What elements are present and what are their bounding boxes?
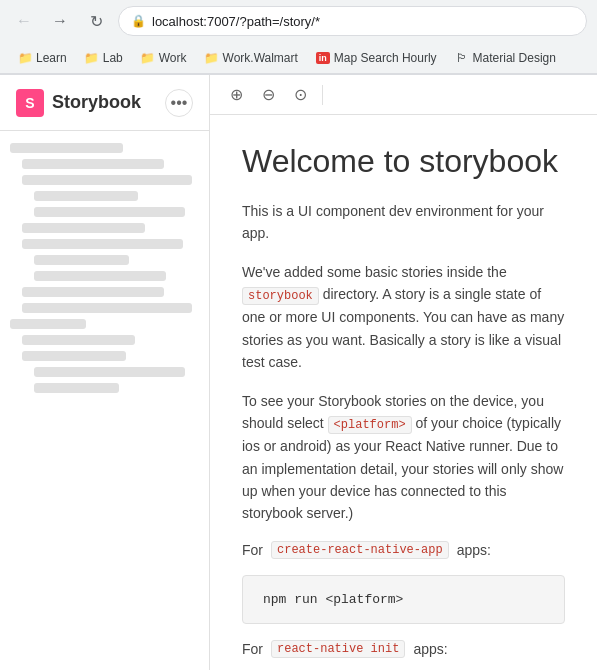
story-para2: We've added some basic stories inside th… <box>242 261 565 374</box>
folder-icon: 📁 <box>205 51 219 65</box>
lock-icon: 🔒 <box>131 14 146 28</box>
zoom-out-button[interactable]: ⊖ <box>254 81 282 109</box>
skeleton-line <box>22 223 145 233</box>
skeleton-line <box>34 367 185 377</box>
for2-label: For <box>242 641 263 657</box>
forward-button[interactable]: → <box>46 7 74 35</box>
code-block-1-text: npm run <platform> <box>263 592 403 607</box>
content-area: ⊕ ⊖ ⊙ Welcome to storybook This is a UI … <box>210 75 597 670</box>
for2-line: For react-native init apps: <box>242 640 565 658</box>
skeleton-line <box>22 351 126 361</box>
folder-icon: 📁 <box>18 51 32 65</box>
skeleton-line <box>34 207 185 217</box>
toolbar-separator <box>322 85 323 105</box>
sidebar-header: S Storybook ••• <box>0 75 209 131</box>
skeleton-line <box>34 383 119 393</box>
skeleton-line <box>34 271 166 281</box>
skeleton-line <box>22 175 192 185</box>
sidebar: S Storybook ••• <box>0 75 210 670</box>
bookmark-work-walmart-label: Work.Walmart <box>223 51 298 65</box>
zoom-out-icon: ⊖ <box>262 85 275 104</box>
zoom-reset-button[interactable]: ⊙ <box>286 81 314 109</box>
bookmark-map-search[interactable]: in Map Search Hourly <box>308 48 445 68</box>
url-text: localhost:7007/?path=/story/* <box>152 14 320 29</box>
back-button[interactable]: ← <box>10 7 38 35</box>
skeleton-line <box>22 287 164 297</box>
folder-icon: 📁 <box>141 51 155 65</box>
zoom-in-button[interactable]: ⊕ <box>222 81 250 109</box>
for1-label: For <box>242 542 263 558</box>
folder-icon: 📁 <box>85 51 99 65</box>
address-bar[interactable]: 🔒 localhost:7007/?path=/story/* <box>118 6 587 36</box>
zoom-in-icon: ⊕ <box>230 85 243 104</box>
skeleton-line <box>10 319 86 329</box>
bookmark-material-design-label: Material Design <box>473 51 556 65</box>
content-toolbar: ⊕ ⊖ ⊙ <box>210 75 597 115</box>
nav-bar: ← → ↻ 🔒 localhost:7007/?path=/story/* <box>0 0 597 42</box>
platform-code-inline: <platform> <box>328 416 412 434</box>
back-icon: ← <box>16 12 32 30</box>
in-badge-icon: in <box>316 51 330 65</box>
story-para1: This is a UI component dev environment f… <box>242 200 565 245</box>
reload-button[interactable]: ↻ <box>82 7 110 35</box>
skeleton-line <box>34 191 138 201</box>
story-content: Welcome to storybook This is a UI compon… <box>210 115 597 670</box>
ellipsis-icon: ••• <box>171 94 188 112</box>
reload-icon: ↻ <box>90 12 103 31</box>
bookmark-work-label: Work <box>159 51 187 65</box>
bookmark-learn-label: Learn <box>36 51 67 65</box>
create-react-native-app-code: create-react-native-app <box>271 541 449 559</box>
bookmark-work-walmart[interactable]: 📁 Work.Walmart <box>197 48 306 68</box>
react-native-init-code: react-native init <box>271 640 405 658</box>
storybook-logo-icon: S <box>16 89 44 117</box>
bookmark-lab-label: Lab <box>103 51 123 65</box>
for1-line: For create-react-native-app apps: <box>242 541 565 559</box>
skeleton-line <box>10 143 123 153</box>
flag-icon: 🏳 <box>455 51 469 65</box>
bookmark-map-search-label: Map Search Hourly <box>334 51 437 65</box>
forward-icon: → <box>52 12 68 30</box>
for2-suffix: apps: <box>413 641 447 657</box>
skeleton-line <box>22 159 164 169</box>
skeleton-line <box>34 255 129 265</box>
zoom-reset-icon: ⊙ <box>294 85 307 104</box>
skeleton-line <box>22 239 183 249</box>
bookmark-work[interactable]: 📁 Work <box>133 48 195 68</box>
storybook-logo: S Storybook <box>16 89 141 117</box>
code-block-1: npm run <platform> <box>242 575 565 624</box>
for1-suffix: apps: <box>457 542 491 558</box>
app-layout: S Storybook ••• <box>0 75 597 670</box>
skeleton-line <box>22 335 135 345</box>
storybook-code-inline: storybook <box>242 287 319 305</box>
bookmarks-bar: 📁 Learn 📁 Lab 📁 Work 📁 Work.Walmart in M… <box>0 42 597 74</box>
story-para3: To see your Storybook stories on the dev… <box>242 390 565 525</box>
sidebar-content <box>0 131 209 405</box>
sidebar-menu-button[interactable]: ••• <box>165 89 193 117</box>
bookmark-material-design[interactable]: 🏳 Material Design <box>447 48 564 68</box>
bookmark-lab[interactable]: 📁 Lab <box>77 48 131 68</box>
storybook-title: Storybook <box>52 92 141 113</box>
browser-chrome: ← → ↻ 🔒 localhost:7007/?path=/story/* 📁 … <box>0 0 597 75</box>
story-title: Welcome to storybook <box>242 143 565 180</box>
skeleton-line <box>22 303 192 313</box>
bookmark-learn[interactable]: 📁 Learn <box>10 48 75 68</box>
